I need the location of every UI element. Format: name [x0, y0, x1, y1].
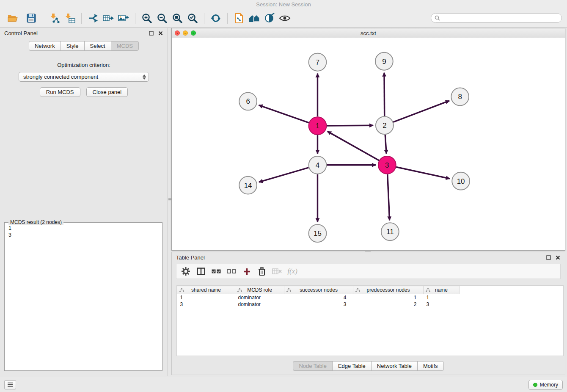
column-header-mcds-role[interactable]: MCDS role — [235, 286, 284, 294]
graph-node-8[interactable]: 8 — [451, 88, 469, 106]
neighbors-button[interactable] — [247, 11, 262, 26]
vertical-splitter-handle[interactable] — [168, 196, 171, 203]
mcds-result-line: 1 — [8, 225, 158, 232]
maximize-window-button[interactable]: + — [191, 30, 196, 36]
network-file-button[interactable] — [231, 11, 247, 26]
table-panel-close-button[interactable] — [555, 254, 561, 260]
window-title: Session: New Session — [256, 1, 311, 8]
graph-node-1[interactable]: 1 — [309, 117, 327, 135]
tab-style[interactable]: Style — [61, 41, 85, 51]
delete-rows-button[interactable] — [255, 265, 269, 278]
run-mcds-button[interactable]: Run MCDS — [40, 87, 80, 97]
deselect-all-button[interactable] — [225, 265, 238, 278]
criterion-select[interactable]: strongly connected component — [19, 72, 149, 82]
table-row[interactable]: 3dominator323 — [177, 301, 564, 308]
graph-node-7[interactable]: 7 — [309, 53, 327, 71]
table-tab-network-table[interactable]: Network Table — [371, 361, 418, 371]
memory-status-icon — [533, 383, 537, 387]
column-header-filler — [460, 286, 564, 294]
graph-node-2[interactable]: 2 — [376, 116, 394, 134]
close-window-button[interactable]: × — [175, 30, 180, 36]
zoom-out-icon — [157, 13, 168, 24]
search-input[interactable] — [442, 15, 558, 22]
graph-edge-1-6[interactable] — [259, 105, 309, 123]
column-header-predecessor-nodes[interactable]: predecessor nodes — [353, 286, 424, 294]
table-tab-motifs[interactable]: Motifs — [417, 361, 444, 371]
houses-icon — [248, 13, 261, 23]
graph-edge-4-14[interactable] — [259, 168, 308, 182]
graph-node-9[interactable]: 9 — [375, 52, 393, 70]
table-body: 1dominator4113dominator323 — [177, 294, 564, 308]
toggle-visibility-button[interactable] — [277, 11, 292, 26]
column-header-successor-nodes[interactable]: successor nodes — [284, 286, 353, 294]
tab-network[interactable]: Network — [29, 41, 61, 51]
mcds-result-list: 13 — [5, 223, 162, 240]
delete-table-button[interactable] — [270, 265, 284, 278]
graph-node-6[interactable]: 6 — [239, 92, 257, 110]
import-table-button[interactable] — [62, 11, 77, 26]
zoom-fit-button[interactable] — [170, 11, 185, 26]
close-panel-action-button[interactable]: Close panel — [86, 87, 128, 97]
graph-edge-3-10[interactable] — [396, 167, 450, 178]
column-header-name[interactable]: name — [424, 286, 460, 294]
control-panel-header: Control Panel — [0, 28, 168, 38]
select-all-button[interactable] — [209, 265, 223, 278]
tab-mcds[interactable]: MCDS — [111, 41, 139, 51]
style-button[interactable] — [262, 11, 277, 26]
new-network-from-selection-button[interactable] — [85, 11, 101, 26]
graph-node-4[interactable]: 4 — [309, 156, 327, 174]
delete-table-icon — [272, 268, 282, 275]
minimize-window-button[interactable]: − — [183, 30, 188, 36]
table-settings-button[interactable] — [179, 265, 193, 278]
float-icon — [546, 255, 551, 260]
control-panel-float-button[interactable] — [148, 30, 154, 36]
graph-node-10[interactable]: 10 — [452, 172, 470, 190]
table-row[interactable]: 1dominator411 — [177, 294, 564, 301]
open-session-button[interactable] — [5, 11, 20, 26]
task-history-button[interactable] — [4, 380, 16, 389]
table-panel-title: Table Panel — [176, 254, 205, 261]
graph-edge-1-2[interactable] — [327, 125, 373, 126]
graph-node-label: 9 — [382, 58, 386, 66]
float-icon — [149, 31, 154, 36]
graph-edge-2-8[interactable] — [393, 101, 449, 122]
add-row-button[interactable] — [240, 265, 253, 278]
zoom-fit-icon — [172, 13, 183, 24]
graph-node-14[interactable]: 14 — [239, 177, 257, 194]
save-session-button[interactable] — [24, 11, 39, 26]
network-graph: 7968124314101511 — [172, 38, 565, 250]
memory-button[interactable]: Memory — [528, 380, 563, 390]
graph-node-3[interactable]: 3 — [378, 156, 396, 174]
graph-edge-3-1[interactable] — [328, 131, 379, 160]
export-image-button[interactable] — [116, 11, 131, 26]
import-network-button[interactable] — [47, 11, 62, 26]
zoom-out-button[interactable] — [154, 11, 170, 26]
table-cell: 1 — [177, 294, 235, 301]
import-network-icon — [49, 13, 61, 23]
table-tab-node-table[interactable]: Node Table — [293, 361, 333, 371]
tab-select[interactable]: Select — [84, 41, 111, 51]
export-table-button[interactable] — [101, 11, 116, 26]
column-header-shared-name[interactable]: shared name — [177, 286, 235, 294]
graph-edge-3-11[interactable] — [388, 174, 390, 221]
network-canvas[interactable]: 7968124314101511 — [172, 38, 565, 250]
zoom-selected-button[interactable] — [185, 11, 200, 26]
zoom-in-button[interactable] — [139, 11, 154, 26]
table-tab-edge-table[interactable]: Edge Table — [332, 361, 372, 371]
column-visibility-button[interactable] — [194, 265, 208, 278]
graph-node-11[interactable]: 11 — [381, 223, 399, 240]
dropdown-arrows-icon — [143, 75, 146, 80]
function-builder-button[interactable]: f(x) — [286, 265, 299, 278]
column-header-label: predecessor nodes — [366, 287, 410, 293]
network-window: × − + scc.txt 7968124314101511 — [171, 28, 565, 251]
mcds-result-box: 13 — [4, 222, 162, 371]
horizontal-splitter-handle[interactable] — [364, 249, 372, 252]
apply-layout-button[interactable] — [208, 11, 223, 26]
graph-edge-2-9[interactable] — [384, 73, 385, 116]
graph-node-15[interactable]: 15 — [309, 224, 327, 242]
graph-edge-2-3[interactable] — [385, 135, 386, 154]
column-tree-icon — [426, 288, 430, 292]
column-tree-icon — [355, 288, 360, 292]
table-panel-float-button[interactable] — [545, 254, 551, 260]
control-panel-close-button[interactable] — [157, 30, 163, 36]
